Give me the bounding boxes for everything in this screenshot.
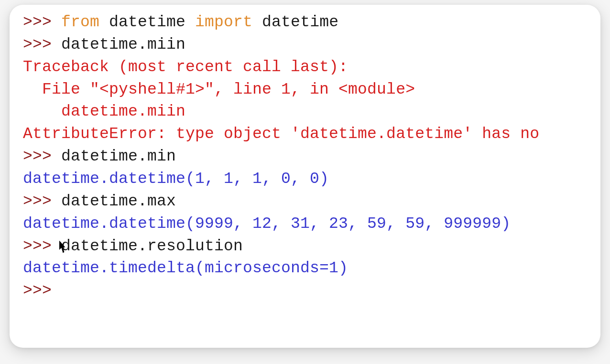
shell-line: File "<pyshell#1>", line 1, in <module> [23,79,600,101]
shell-line: >>> from datetime import datetime [23,11,600,34]
code-token: datetime.min [61,148,176,165]
error-text: datetime.miin [23,103,185,120]
shell-line: datetime.timedelta(microseconds=1) [23,257,600,280]
shell-line: datetime.datetime(1, 1, 1, 0, 0) [23,168,600,191]
code-token: from [61,13,99,31]
code-token: datetime [252,13,338,31]
error-text: Traceback (most recent call last): [23,58,348,76]
shell-prompt: >>> [23,193,61,210]
output-text: datetime.datetime(1, 1, 1, 0, 0) [23,170,329,188]
output-text: datetime.timedelta(microseconds=1) [23,259,348,277]
error-text: File "<pyshell#1>", line 1, in <module> [23,81,415,98]
shell-line: >>> datetime.resolution [23,236,600,258]
code-token: datetime [99,13,195,31]
error-text: AttributeError: type object 'datetime.da… [23,125,539,143]
code-token: datetime.miin [61,36,185,54]
shell-prompt: >>> [23,36,61,54]
shell-line: >>> [23,280,600,302]
shell-line: >>> datetime.min [23,146,600,168]
shell-line: AttributeError: type object 'datetime.da… [23,123,600,146]
code-token: datetime.resolution [61,237,243,255]
python-shell-output[interactable]: >>> from datetime import datetime>>> dat… [23,11,600,302]
shell-line: datetime.miin [23,101,600,123]
shell-prompt: >>> [23,237,61,255]
shell-line: >>> datetime.max [23,191,600,213]
output-text: datetime.datetime(9999, 12, 31, 23, 59, … [23,215,511,233]
shell-line: Traceback (most recent call last): [23,56,600,79]
shell-line: datetime.datetime(9999, 12, 31, 23, 59, … [23,213,600,236]
shell-prompt: >>> [23,13,61,31]
code-token: import [195,13,252,31]
shell-prompt: >>> [23,282,61,300]
python-shell-window: >>> from datetime import datetime>>> dat… [10,5,600,348]
code-token: datetime.max [61,193,176,210]
shell-line: >>> datetime.miin [23,34,600,56]
shell-prompt: >>> [23,148,61,165]
